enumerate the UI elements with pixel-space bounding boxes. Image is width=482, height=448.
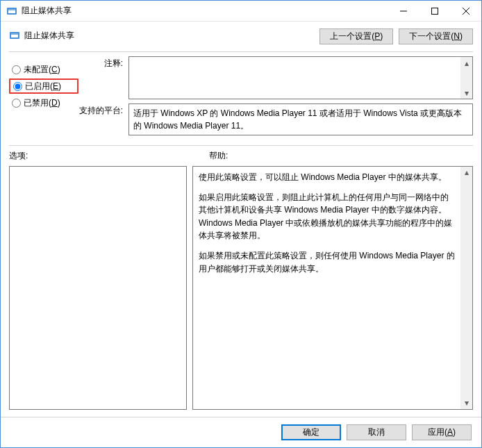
titlebar: 阻止媒体共享 — [1, 1, 481, 22]
radio-disabled-label: 已禁用(D) — [24, 97, 60, 109]
radio-disabled[interactable]: 已禁用(D) — [9, 95, 78, 110]
scroll-down-icon[interactable]: ▾ — [460, 397, 472, 409]
help-scrollbar[interactable]: ▴ ▾ — [460, 167, 472, 409]
footer: 确定 取消 应用(A) — [1, 417, 481, 447]
help-paragraph: 使用此策略设置，可以阻止 Windows Media Player 中的媒体共享… — [199, 171, 456, 184]
svg-rect-2 — [8, 9, 15, 10]
radio-enabled-input[interactable] — [13, 82, 22, 91]
platform-text: 适用于 Windows XP 的 Windows Media Player 11… — [133, 108, 462, 131]
next-setting-button[interactable]: 下一个设置(N) — [399, 28, 473, 44]
platform-box: 适用于 Windows XP 的 Windows Media Player 11… — [128, 103, 473, 135]
config-section: 未配置(C) 已启用(E) 已禁用(D) 注释: ▴ ▾ 支持的平台: 适用于 — [1, 52, 481, 140]
radio-not-configured[interactable]: 未配置(C) — [9, 62, 78, 77]
app-icon — [6, 6, 17, 17]
radio-disabled-input[interactable] — [12, 99, 21, 108]
help-box: 使用此策略设置，可以阻止 Windows Media Player 中的媒体共享… — [192, 166, 473, 410]
previous-setting-button[interactable]: 上一个设置(P) — [319, 28, 393, 44]
comment-scrollbar[interactable]: ▴ ▾ — [460, 57, 472, 99]
comment-label: 注释: — [78, 56, 128, 99]
scroll-up-icon[interactable]: ▴ — [460, 57, 472, 69]
options-label: 选项: — [9, 150, 209, 162]
radio-enabled-label: 已启用(E) — [25, 81, 61, 92]
close-button[interactable] — [450, 1, 481, 21]
svg-rect-9 — [11, 33, 18, 35]
scroll-up-icon[interactable]: ▴ — [460, 167, 472, 179]
apply-button[interactable]: 应用(A) — [412, 424, 472, 440]
window-title: 阻止媒体共享 — [22, 5, 72, 17]
mid-labels: 选项: 帮助: — [1, 146, 481, 162]
help-label: 帮助: — [209, 150, 473, 162]
state-radios: 未配置(C) 已启用(E) 已禁用(D) — [9, 56, 78, 140]
radio-not-configured-input[interactable] — [12, 65, 21, 74]
header: 阻止媒体共享 上一个设置(P) 下一个设置(N) — [1, 22, 481, 49]
minimize-button[interactable] — [388, 1, 419, 21]
mid-boxes: 使用此策略设置，可以阻止 Windows Media Player 中的媒体共享… — [1, 162, 481, 410]
maximize-button[interactable] — [419, 1, 450, 21]
radio-not-configured-label: 未配置(C) — [24, 64, 60, 76]
help-paragraph: 如果禁用或未配置此策略设置，则任何使用 Windows Media Player… — [199, 249, 456, 275]
comment-textarea[interactable]: ▴ ▾ — [128, 56, 473, 99]
scroll-down-icon[interactable]: ▾ — [460, 87, 472, 99]
help-paragraph: 如果启用此策略设置，则阻止此计算机上的任何用户与同一网络中的其他计算机和设备共享… — [199, 191, 456, 242]
cancel-button[interactable]: 取消 — [347, 424, 406, 440]
policy-icon — [9, 30, 20, 41]
radio-enabled[interactable]: 已启用(E) — [9, 78, 78, 94]
ok-button[interactable]: 确定 — [281, 424, 341, 440]
options-box — [9, 166, 187, 410]
svg-rect-4 — [431, 8, 438, 14]
platform-label: 支持的平台: — [78, 103, 128, 135]
fields: 注释: ▴ ▾ 支持的平台: 适用于 Windows XP 的 Windows … — [78, 56, 473, 140]
page-title: 阻止媒体共享 — [24, 30, 74, 42]
